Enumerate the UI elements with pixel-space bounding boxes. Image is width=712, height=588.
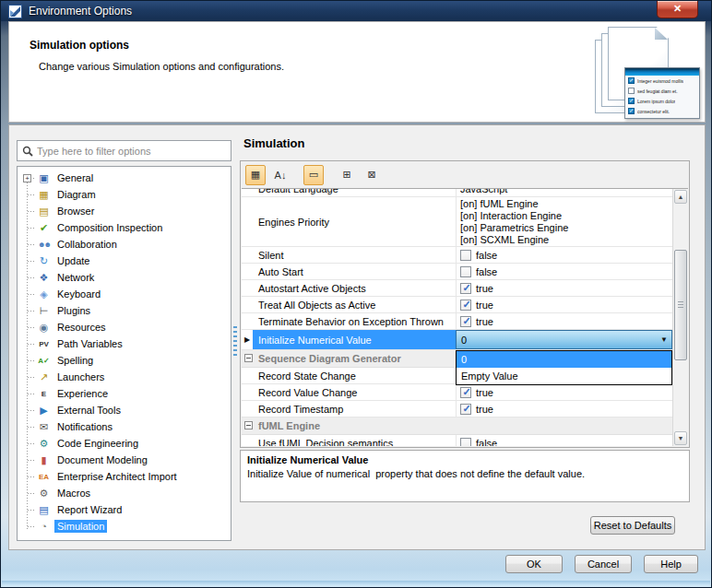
main-panel: +▣General▦Diagram▤Browser✔Composition In… [8,124,706,550]
sort-alphabetically-button[interactable]: A↓ [270,165,291,185]
sidebar-item-path-variables[interactable]: PVPath Variables [18,335,231,352]
sidebar-item-simulation[interactable]: ◔Simulation [18,518,231,535]
sidebar-item-browser[interactable]: ▤Browser [18,203,231,219]
property-value-cell[interactable]: true [456,401,672,417]
sidebar-item-label: Code Engineering [54,437,141,450]
checkbox-checked-icon[interactable] [460,300,471,311]
sidebar-item-notifications[interactable]: ✉Notifications [18,418,231,435]
sidebar-item-keyboard[interactable]: ◈Keyboard [18,286,231,302]
sidebar-item-label: Resources [54,321,109,334]
sidebar-item-report-wizard[interactable]: ▤Report Wizard [18,501,231,518]
checkbox-checked-icon[interactable] [460,316,471,327]
property-value-cell[interactable]: false [456,247,672,263]
boolean-value-label: true [476,283,493,294]
sidebar-item-experience[interactable]: EExperience [18,385,231,402]
property-row[interactable]: Auto Startfalse [242,264,672,280]
options-group-title: Simulation [243,136,304,150]
sidebar-item-collaboration[interactable]: ☻☻Collaboration [18,236,231,253]
chevron-down-icon: ▼ [660,335,668,344]
value-combobox[interactable]: 0▼ [456,330,672,349]
ok-button[interactable]: OK [505,555,563,573]
notifications-icon: ✉ [36,419,52,435]
section-row[interactable]: fUML Engine [242,417,672,435]
property-row[interactable]: Terminate Behavior on Exception Throwntr… [242,313,672,330]
property-row[interactable]: Autostart Active Objectstrue [242,280,672,297]
sidebar-item-resources[interactable]: ◉Resources [18,319,231,335]
sidebar-item-label: Experience [54,387,111,400]
boolean-value-label: true [476,404,493,415]
sidebar-item-macros[interactable]: ⚙Macros [18,485,231,501]
categorized-view-button[interactable]: ▦ [245,165,266,185]
property-value-cell[interactable]: false [456,435,672,446]
sidebar-item-code-engineering[interactable]: ⚙Code Engineering [18,435,231,452]
checkbox-unchecked-icon[interactable] [460,266,471,277]
cancel-button[interactable]: Cancel [575,555,632,573]
sidebar-item-launchers[interactable]: ↗Launchers [18,369,231,385]
sidebar-item-enterprise-architect-import[interactable]: EAEnterprise Architect Import [18,468,231,485]
value-list-item: [on] fUML Engine [460,198,568,210]
collapse-section-icon[interactable] [244,354,253,362]
checkbox-checked-icon[interactable] [460,283,471,294]
expand-node-icon[interactable]: + [23,174,31,182]
property-name-cell: Terminate Behavior on Exception Thrown [242,313,456,329]
show-description-button[interactable]: ▭ [303,165,324,185]
sidebar-item-document-modeling[interactable]: ▮Document Modeling [18,452,231,468]
property-name-cell: Use fUML Decision semantics [242,435,456,446]
property-value-cell[interactable]: 0▼ [456,330,672,349]
sidebar-item-composition-inspection[interactable]: ✔Composition Inspection [18,219,231,236]
checkbox-checked-icon[interactable] [460,387,471,398]
scroll-up-icon[interactable]: ▲ [674,190,687,204]
filter-input[interactable] [37,142,231,159]
property-value-cell[interactable]: false [456,264,672,279]
checklist-item-label: Lorem ipsum dolor [637,99,675,104]
property-value-cell[interactable]: true [456,384,672,400]
sidebar-item-plugins[interactable]: ⊢Plugins [18,302,231,319]
titlebar[interactable]: Environment Options ✕ [1,1,711,21]
expand-all-icon: ⊞ [342,169,350,181]
expand-all-button[interactable]: ⊞ [337,165,357,185]
checkbox-checked-icon[interactable] [460,404,471,415]
sidebar-item-label: External Tools [54,404,124,417]
sidebar-item-network[interactable]: ❖Network [18,269,231,286]
property-description-panel: Initialize Numerical Value Initialize Va… [240,450,690,502]
property-row[interactable]: ▶Initialize Numerical Value0▼ [242,330,672,350]
resources-icon: ◉ [36,320,52,335]
property-row[interactable]: Silentfalse [242,247,672,264]
environment-options-dialog: Environment Options ✕ Simulation options… [0,0,712,588]
collapse-all-icon: ⊠ [367,169,375,181]
property-value-cell[interactable]: true [456,297,672,312]
scrollbar-thumb[interactable] [674,250,687,360]
close-button[interactable]: ✕ [657,1,698,18]
property-row[interactable]: Engines Priority[on] fUML Engine[on] Int… [242,197,672,247]
property-row[interactable]: Record Value Changetrue [242,384,672,401]
table-scrollbar[interactable]: ▲ ▼ [672,189,688,446]
property-row[interactable]: Default LanguageJavaScript [242,189,672,197]
sidebar-item-general[interactable]: +▣General [18,170,231,186]
property-value-cell[interactable]: [on] fUML Engine[on] Interaction Engine[… [456,197,672,246]
property-name-cell: Record Timestamp [242,401,456,417]
dropdown-option[interactable]: 0 [457,351,671,368]
help-button[interactable]: Help [644,555,698,573]
property-row[interactable]: Record Timestamptrue [242,401,672,417]
collapse-all-button[interactable]: ⊠ [362,165,382,185]
checkbox-unchecked-icon[interactable] [460,438,471,447]
dropdown-option[interactable]: Empty Value [457,368,671,384]
launchers-icon: ↗ [36,370,52,385]
checklist-item: ✓Lorem ipsum dolor [625,96,699,106]
sidebar-item-external-tools[interactable]: ▶External Tools [18,402,231,418]
panel-splitter-handle[interactable] [233,326,237,358]
property-name-cell: ▶Initialize Numerical Value [242,330,456,349]
sidebar-item-diagram[interactable]: ▦Diagram [18,186,231,203]
sidebar-item-spelling[interactable]: A✓Spelling [18,352,231,369]
sidebar-item-label: Simulation [54,520,107,533]
sidebar-item-update[interactable]: ↻Update [18,253,231,269]
property-row[interactable]: Use fUML Decision semanticsfalse [242,435,672,446]
property-value-cell[interactable]: true [456,280,672,296]
collapse-section-icon[interactable] [244,421,253,429]
checklist-item-label: Integer euismod mollis [637,78,683,84]
property-row[interactable]: Treat All Objects as Activetrue [242,297,672,313]
scroll-down-icon[interactable]: ▼ [674,431,687,445]
property-value-cell[interactable]: true [456,313,672,329]
reset-to-defaults-button[interactable]: Reset to Defaults [590,516,675,535]
checkbox-unchecked-icon[interactable] [460,250,471,261]
